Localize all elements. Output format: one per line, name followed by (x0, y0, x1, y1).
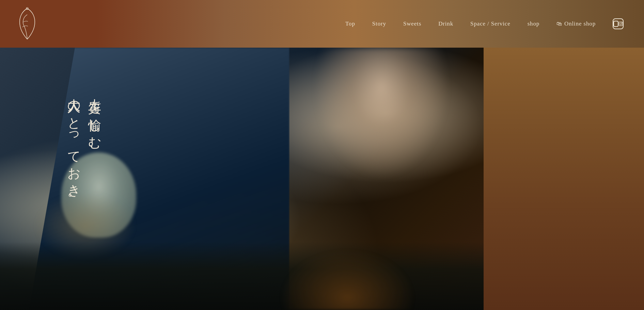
logo[interactable] (14, 5, 41, 43)
svg-rect-1 (619, 22, 623, 26)
hero-text-line2: 大人のとっておき。 (65, 88, 83, 207)
main-nav: Top Story Sweets Drink Space / Service s… (345, 18, 624, 29)
nav-space-service[interactable]: Space / Service (470, 20, 511, 27)
nav-shop[interactable]: shop (528, 20, 540, 27)
instagram-icon[interactable] (613, 18, 624, 29)
nav-drink[interactable]: Drink (438, 20, 453, 27)
nav-top[interactable]: Top (345, 20, 355, 27)
svg-point-2 (619, 23, 622, 25)
nav-sweets[interactable]: Sweets (403, 20, 421, 27)
nav-online-shop[interactable]: 🛍 Online shop (556, 20, 596, 27)
hero-text-line1: 上質を愉しむ、 (85, 88, 104, 207)
nav-story[interactable]: Story (372, 20, 386, 27)
hero-text: 大人のとっておき。 上質を愉しむ、 (65, 88, 104, 207)
svg-point-3 (622, 22, 622, 23)
hero-right-panel (484, 48, 644, 310)
header: Top Story Sweets Drink Space / Service s… (0, 0, 644, 48)
person-overlay (313, 48, 450, 179)
shopping-bag-icon: 🛍 (556, 21, 562, 27)
hero-section: 大人のとっておき。 上質を愉しむ、 (0, 48, 644, 310)
